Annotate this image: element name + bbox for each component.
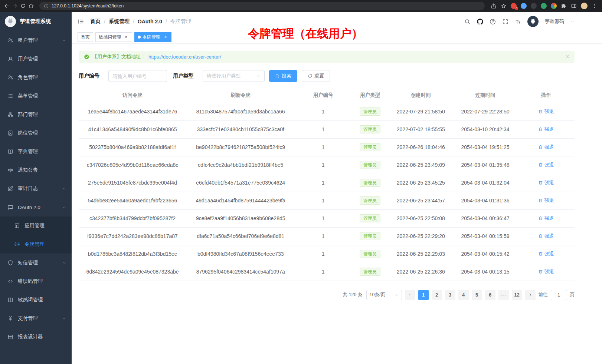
reload-icon[interactable]	[20, 3, 26, 9]
page-button-5[interactable]: 5	[472, 290, 482, 300]
user-type-cell: 管理员	[351, 156, 389, 174]
force-logout-button[interactable]: 强退	[538, 233, 554, 239]
breadcrumb: 首页 / 系统管理 / OAuth 2.0 / 令牌管理	[90, 18, 191, 25]
tab-home[interactable]: 首页	[78, 32, 93, 42]
user-id-cell: 1	[295, 156, 351, 174]
page-button-4[interactable]: 4	[458, 290, 469, 300]
user-type-label: 用户类型	[173, 73, 194, 79]
access-token-cell: f9336e7c7dd242a283ee98dc86b17a87	[79, 227, 186, 245]
url-text: 127.0.0.1:1024/system/oauth2/token	[52, 3, 124, 9]
goto-page-input[interactable]	[551, 290, 567, 300]
user-type-select[interactable]: 请选择用户类型	[203, 70, 265, 82]
token-icon	[14, 241, 20, 247]
bookmark-star-icon[interactable]	[501, 3, 507, 9]
address-bar[interactable]: 127.0.0.1:1024/system/oauth2/token	[39, 2, 485, 10]
user-id-cell: 1	[295, 263, 351, 281]
sidebar-item-oauth[interactable]: OAuth 2.0	[0, 198, 72, 216]
user-avatar[interactable]	[527, 16, 539, 27]
browser-profile-avatar[interactable]	[581, 3, 588, 9]
check-circle-icon	[84, 54, 89, 60]
forward-icon[interactable]	[12, 3, 18, 9]
extension-icon[interactable]	[521, 3, 527, 9]
sidebar-item-menu[interactable]: 菜单管理	[0, 87, 72, 105]
pagination: 共 120 条 10条/页 1 2 3 4 5 6 ··· 12 前往 页	[79, 290, 575, 300]
help-icon[interactable]	[490, 19, 496, 25]
sidebar-item-report-designer[interactable]: 报表设计器	[0, 328, 72, 346]
sidebar-item-role[interactable]: 角色管理	[0, 68, 72, 87]
user-name[interactable]: 芋道源码	[545, 18, 564, 25]
prev-page-button[interactable]	[405, 290, 415, 300]
force-logout-button[interactable]: 强退	[538, 179, 554, 186]
trash-icon	[538, 109, 543, 114]
split-panel-icon[interactable]	[571, 3, 577, 9]
search-icon[interactable]	[464, 19, 471, 25]
sidebar-item-sensitive-word[interactable]: 敏感词管理	[0, 291, 72, 309]
user-type-cell: 管理员	[351, 103, 389, 120]
force-logout-button[interactable]: 强退	[538, 197, 554, 204]
access-token-cell: c342377bf8b344799dcbf7bf095287f2	[79, 209, 186, 227]
tab-token[interactable]: 令牌管理 ×	[134, 32, 171, 42]
sidebar-item-notice[interactable]: 通知公告	[0, 161, 72, 179]
table-row: c347026e805e4d99b0d116eae66eda8c cdfc4ce…	[79, 156, 575, 174]
breadcrumb-home[interactable]: 首页	[90, 18, 101, 25]
kebab-menu-icon[interactable]	[592, 3, 598, 9]
extension-icon[interactable]	[551, 3, 557, 9]
extensions-puzzle-icon[interactable]	[561, 3, 567, 9]
sidebar-item-user[interactable]: 用户管理	[0, 50, 72, 68]
close-tab-icon[interactable]: ×	[124, 34, 129, 40]
font-size-icon[interactable]	[515, 19, 521, 25]
force-logout-button[interactable]: 强退	[538, 108, 554, 115]
collapse-sidebar-icon[interactable]	[78, 18, 84, 25]
page-button-2[interactable]: 2	[432, 290, 442, 300]
user-id-input[interactable]	[108, 70, 167, 82]
sidebar-item-audit-log[interactable]: 审计日志	[0, 179, 72, 198]
chevron-down-icon[interactable]	[570, 20, 575, 24]
close-tab-icon[interactable]: ×	[163, 34, 168, 40]
sidebar-item-payment[interactable]: 支付管理	[0, 309, 72, 328]
sidebar-item-dept[interactable]: 部门管理	[0, 105, 72, 124]
chevron-down-icon	[62, 38, 66, 43]
reset-button[interactable]: 重置	[302, 70, 330, 82]
created-time-cell: 2022-06-25 22:29:03	[389, 245, 453, 263]
page-button-12[interactable]: 12	[512, 290, 522, 300]
force-logout-button[interactable]: 强退	[538, 251, 554, 257]
breadcrumb-system[interactable]: 系统管理	[109, 18, 130, 25]
force-logout-button[interactable]: 强退	[538, 144, 554, 150]
sidebar-item-post[interactable]: 岗位管理	[0, 124, 72, 142]
home-icon[interactable]	[28, 3, 34, 9]
sidebar-item-oauth-token[interactable]: 令牌管理	[0, 235, 72, 254]
sidebar-item-error-code[interactable]: 错误码管理	[0, 272, 72, 291]
page-button-6[interactable]: 6	[485, 290, 495, 300]
chevron-down-icon	[394, 293, 399, 297]
user-id-cell: 1	[295, 174, 351, 192]
page-button-3[interactable]: 3	[445, 290, 455, 300]
next-page-button[interactable]	[525, 290, 536, 300]
share-icon[interactable]	[491, 3, 497, 9]
page-size-select[interactable]: 10条/页	[366, 290, 402, 300]
github-icon[interactable]	[477, 19, 483, 25]
app-logo[interactable]: 芋道管理系统	[0, 12, 72, 31]
sidebar-item-sms[interactable]: 短信管理	[0, 254, 72, 272]
tab-sensitive-word[interactable]: 敏感词管理 ×	[95, 32, 132, 42]
extension-icon[interactable]	[541, 3, 547, 9]
force-logout-button[interactable]: 强退	[538, 126, 554, 133]
close-alert-icon[interactable]: ×	[566, 54, 569, 60]
force-logout-button[interactable]: 强退	[538, 215, 554, 222]
extension-icon[interactable]: 0	[511, 3, 517, 9]
page-button-1[interactable]: 1	[418, 290, 429, 300]
sidebar-item-tenant[interactable]: 租户管理	[0, 31, 72, 50]
more-pages-button[interactable]: ···	[498, 290, 509, 300]
fullscreen-icon[interactable]	[502, 19, 508, 25]
table-row: 1ea5e44f8bc1467aaede43144f31de76 811c530…	[79, 103, 575, 120]
force-logout-button[interactable]: 强退	[538, 162, 554, 168]
breadcrumb-oauth[interactable]: OAuth 2.0	[138, 19, 162, 24]
back-icon[interactable]	[4, 3, 10, 9]
sidebar-item-oauth-app[interactable]: 应用管理	[0, 216, 72, 235]
doc-link[interactable]: https://doc.iocoder.cn/user-center/	[148, 54, 221, 60]
force-logout-button[interactable]: 强退	[538, 268, 554, 275]
table-row: 6d842e2924594de9a09e45e087323abe 8796295…	[79, 263, 575, 281]
search-button[interactable]: 搜索	[269, 70, 297, 82]
extension-icon[interactable]	[531, 3, 537, 9]
user-id-cell: 1	[295, 227, 351, 245]
sidebar-item-dict[interactable]: 字典管理	[0, 142, 72, 161]
